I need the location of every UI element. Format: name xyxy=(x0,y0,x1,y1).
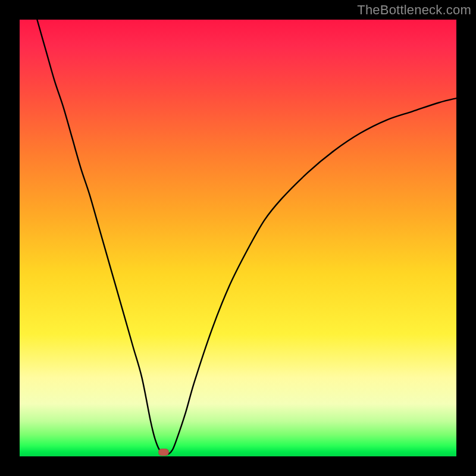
bottleneck-curve xyxy=(20,20,456,456)
optimal-marker xyxy=(158,449,169,456)
chart-plot-area xyxy=(20,20,456,456)
watermark-text: TheBottleneck.com xyxy=(357,2,471,18)
chart-frame: TheBottleneck.com xyxy=(0,0,476,476)
